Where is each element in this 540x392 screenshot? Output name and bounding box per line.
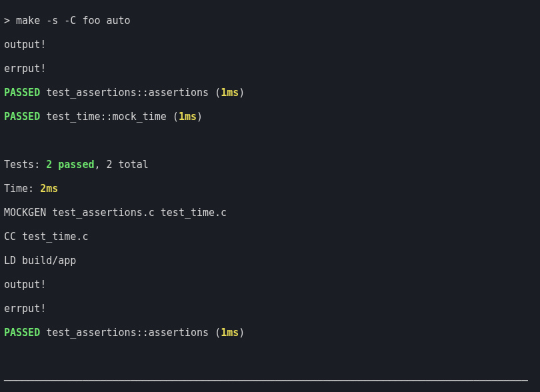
test-pass-line: PASSED test_time::mock_time (1ms) [4, 111, 536, 123]
test-pass-line: PASSED test_assertions::assertions (1ms) [4, 327, 536, 339]
time-summary: Time: 2ms [4, 183, 536, 195]
status-passed: PASSED [4, 87, 40, 99]
mockgen-line: MOCKGEN test_assertions.c test_time.c [4, 207, 536, 219]
test-name: test_assertions::assertions ( [40, 87, 221, 99]
passed-count: 2 [46, 159, 52, 171]
terminal-output: > make -s -C foo auto output! errput! PA… [0, 0, 540, 392]
blank-line [4, 351, 536, 363]
test-name: test_assertions::assertions ( [40, 327, 221, 339]
stderr-line: errput! [4, 303, 536, 315]
test-time: 1ms [221, 327, 239, 339]
close-paren: ) [197, 111, 203, 123]
test-time: 1ms [179, 111, 197, 123]
tests-summary: Tests: 2 passed, 2 total [4, 159, 536, 171]
test-pass-line: PASSED test_assertions::assertions (1ms) [4, 87, 536, 99]
divider: ────────────────────────────────────────… [4, 375, 536, 387]
stdout-line: output! [4, 39, 536, 51]
status-passed: PASSED [4, 111, 40, 123]
summary-suffix: , 2 total [94, 159, 148, 171]
test-time: 1ms [221, 87, 239, 99]
passed-word: passed [52, 159, 94, 171]
blank-line [4, 135, 536, 147]
time-value: 2ms [40, 183, 58, 195]
summary-prefix: Tests: [4, 159, 46, 171]
status-passed: PASSED [4, 327, 40, 339]
command-prompt: > make -s -C foo auto [4, 15, 536, 27]
time-prefix: Time: [4, 183, 40, 195]
stdout-line: output! [4, 279, 536, 291]
close-paren: ) [239, 87, 245, 99]
close-paren: ) [239, 327, 245, 339]
ld-line: LD build/app [4, 255, 536, 267]
stderr-line: errput! [4, 63, 536, 75]
cc-line: CC test_time.c [4, 231, 536, 243]
test-name: test_time::mock_time ( [40, 111, 179, 123]
